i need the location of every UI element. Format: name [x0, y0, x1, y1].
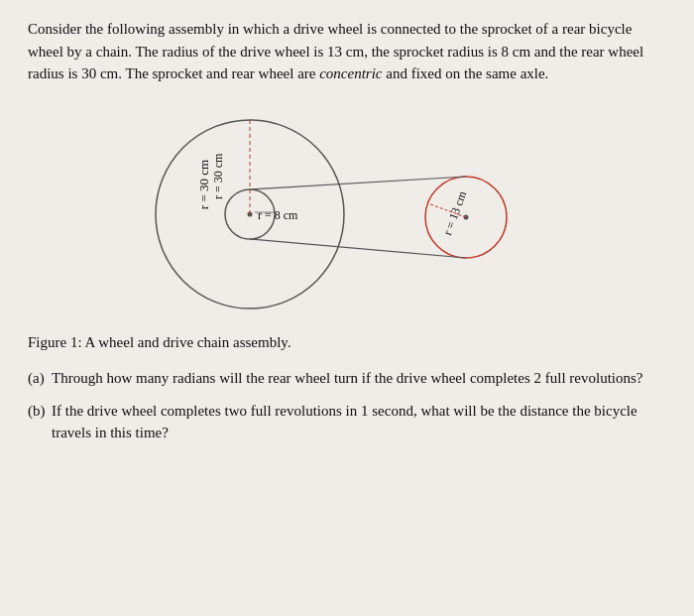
svg-text:r = 8 cm: r = 8 cm — [258, 208, 298, 222]
figure-svg: r = 30 cm r = 30 cm r = 8 cm r = 13 cm — [139, 100, 555, 318]
svg-text:r = 30 cm: r = 30 cm — [196, 159, 211, 208]
question-b-label: (b) — [28, 400, 48, 444]
figure-area: r = 30 cm r = 30 cm r = 8 cm r = 13 cm — [28, 95, 666, 323]
question-b: (b) If the drive wheel completes two ful… — [28, 400, 666, 444]
question-a: (a) Through how many radians will the re… — [28, 367, 666, 390]
problem-text: Consider the following assembly in which… — [28, 18, 666, 85]
svg-text:r = 30 cm: r = 30 cm — [211, 152, 225, 198]
text-part2: and fixed on the same axle. — [383, 65, 549, 81]
questions: (a) Through how many radians will the re… — [28, 367, 666, 444]
italic-concentric: concentric — [319, 65, 382, 81]
problem-container: Consider the following assembly in which… — [28, 18, 666, 444]
question-b-text: If the drive wheel completes two full re… — [52, 400, 666, 444]
question-a-text: Through how many radians will the rear w… — [52, 367, 666, 390]
question-a-label: (a) — [28, 367, 48, 390]
figure-caption: Figure 1: A wheel and drive chain assemb… — [28, 331, 666, 354]
svg-line-5 — [250, 177, 466, 189]
